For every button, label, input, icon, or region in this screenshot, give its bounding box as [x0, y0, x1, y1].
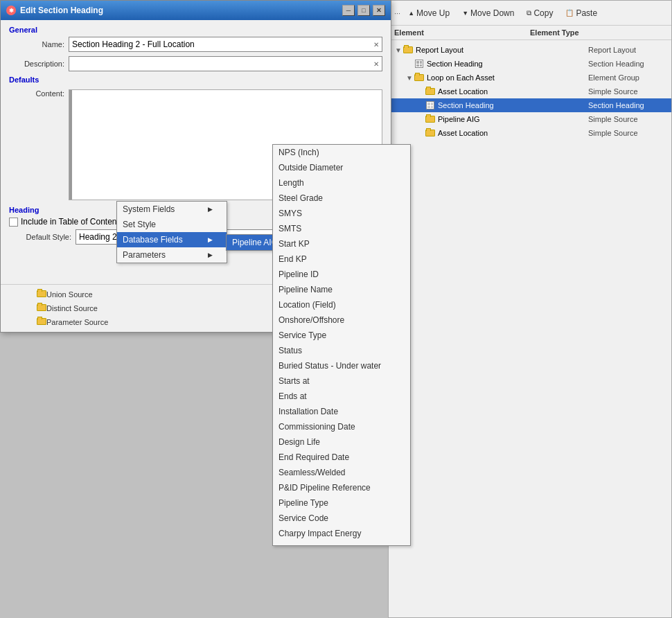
tree-toggle — [416, 116, 425, 123]
menu-item-seamless-welded[interactable]: Seamless/Welded — [273, 465, 410, 480]
move-down-icon: ▼ — [462, 10, 468, 17]
move-up-button[interactable]: ▲ Move Up — [403, 6, 454, 21]
tree-header: Element Element Type — [389, 26, 671, 40]
tree-toggle[interactable]: ▼ — [405, 74, 414, 82]
menu-item-pid-pipeline-ref[interactable]: P&ID Pipeline Reference — [273, 480, 410, 495]
defaults-section-label: Defaults — [9, 76, 382, 84]
right-panel-toolbar: ··· ▲ Move Up ▼ Move Down ⧉ Copy 📋 Paste — [389, 1, 671, 26]
name-clear-button[interactable]: ✕ — [373, 41, 379, 48]
menu-item-ends-at[interactable]: Ends at — [273, 389, 410, 404]
dialog-title: Edit Section Heading — [20, 6, 103, 15]
tree-row[interactable]: ▼ Report Layout Report Layout — [389, 43, 671, 57]
move-down-button[interactable]: ▼ Move Down — [457, 6, 519, 21]
right-panel: ··· ▲ Move Up ▼ Move Down ⧉ Copy 📋 Paste… — [388, 0, 672, 618]
menu-item-pipeline-age[interactable]: Pipeline Age — [273, 541, 410, 546]
name-row: Name: Section Heading 2 - Full Location … — [9, 37, 382, 52]
element-tree[interactable]: ▼ Report Layout Report Layout Section He… — [389, 40, 671, 143]
tree-row[interactable]: Section Heading Section Heading — [389, 57, 671, 71]
description-row: Description: ✕ — [9, 56, 382, 71]
menu-item-design-life[interactable]: Design Life — [273, 434, 410, 450]
move-up-icon: ▲ — [408, 10, 414, 17]
tree-row-selected[interactable]: Section Heading Section Heading — [389, 98, 671, 112]
description-clear-button[interactable]: ✕ — [373, 60, 379, 68]
paste-icon: 📋 — [565, 9, 574, 17]
close-button[interactable]: ✕ — [373, 5, 385, 16]
menu-item-service-code[interactable]: Service Code — [273, 511, 410, 526]
folder-yellow-icon — [425, 87, 436, 96]
default-style-label: Default Style: — [9, 233, 71, 241]
copy-button[interactable]: ⧉ Copy — [522, 6, 558, 21]
menu-item-steel-grade[interactable]: Steel Grade — [273, 191, 410, 206]
content-border — [69, 90, 72, 200]
include-label: Include in Table of Contents: — [21, 217, 125, 227]
menu-item-smts[interactable]: SMTS — [273, 221, 410, 236]
tree-toggle[interactable]: ▼ — [394, 46, 403, 54]
content-label: Content: — [9, 87, 64, 98]
minimize-button[interactable]: ─ — [342, 5, 355, 16]
folder-yellow-icon — [37, 317, 46, 327]
copy-icon: ⧉ — [527, 9, 531, 17]
tree-toggle — [416, 102, 425, 109]
include-checkbox[interactable] — [9, 218, 18, 227]
context-menu-level3: NPS (Inch) Outside Diameter Length Steel… — [272, 144, 411, 546]
tree-row[interactable]: Asset Location Simple Source — [389, 126, 671, 140]
menu-item-charpy-impact[interactable]: Charpy Impact Energy — [273, 526, 410, 541]
tree-row[interactable]: Asset Location Simple Source — [389, 85, 671, 98]
menu-item-end-required-date[interactable]: End Required Date — [273, 450, 410, 465]
submenu-arrow-icon: ▶ — [208, 251, 213, 258]
dialog-titlebar: ✱ Edit Section Heading ─ □ ✕ — [1, 1, 391, 20]
folder-icon — [403, 45, 414, 55]
menu-item-onshore-offshore[interactable]: Onshore/Offshore — [273, 312, 410, 328]
menu-item-length[interactable]: Length — [273, 175, 410, 191]
menu-item-nps[interactable]: NPS (Inch) — [273, 145, 410, 160]
menu-item-parameters[interactable]: Parameters ▶ — [117, 247, 227, 263]
tree-toggle — [416, 88, 425, 96]
menu-item-service-type[interactable]: Service Type — [273, 328, 410, 343]
folder-icon — [414, 73, 425, 82]
maximize-button[interactable]: □ — [357, 5, 370, 16]
submenu-arrow-icon: ▶ — [208, 206, 213, 213]
description-input[interactable]: ✕ — [69, 56, 382, 71]
menu-item-pipeline-type[interactable]: Pipeline Type — [273, 495, 410, 511]
general-section-label: General — [9, 26, 382, 34]
menu-item-pipeline-id[interactable]: Pipeline ID — [273, 267, 410, 282]
menu-item-installation-date[interactable]: Installation Date — [273, 404, 410, 419]
folder-yellow-icon — [37, 303, 46, 313]
menu-item-system-fields[interactable]: System Fields ▶ — [117, 202, 227, 217]
section-icon — [425, 100, 436, 110]
folder-yellow-icon — [37, 290, 46, 299]
menu-item-commissioning-date[interactable]: Commissioning Date — [273, 419, 410, 434]
paste-button[interactable]: 📋 Paste — [560, 6, 602, 21]
menu-item-pipeline-name[interactable]: Pipeline Name — [273, 282, 410, 297]
tree-toggle — [405, 60, 414, 68]
menu-item-starts-at[interactable]: Starts at — [273, 373, 410, 389]
ellipsis: ··· — [394, 9, 400, 17]
app-icon: ✱ — [6, 6, 16, 15]
menu-item-location-field[interactable]: Location (Field) — [273, 297, 410, 312]
menu-item-database-fields[interactable]: Database Fields ▶ — [117, 232, 227, 247]
menu-item-status[interactable]: Status — [273, 343, 410, 358]
menu-item-smys[interactable]: SMYS — [273, 206, 410, 221]
context-menu-level1: System Fields ▶ Set Style Database Field… — [116, 201, 227, 263]
menu-item-outside-diameter[interactable]: Outside Diameter — [273, 160, 410, 175]
folder-yellow-icon — [425, 114, 436, 124]
tree-row[interactable]: Pipeline AIG Simple Source — [389, 112, 671, 126]
folder-yellow-icon — [425, 128, 436, 138]
menu-item-set-style[interactable]: Set Style — [117, 217, 227, 232]
description-label: Description: — [9, 60, 64, 68]
section-icon — [414, 59, 425, 69]
menu-item-end-kp[interactable]: End KP — [273, 251, 410, 267]
name-label: Name: — [9, 40, 64, 48]
tree-toggle — [416, 130, 425, 137]
menu-item-start-kp[interactable]: Start KP — [273, 236, 410, 251]
menu-item-buried-status[interactable]: Buried Status - Under water — [273, 358, 410, 373]
tree-row[interactable]: ▼ Loop on Each Asset Element Group — [389, 71, 671, 85]
submenu-arrow-icon: ▶ — [208, 236, 213, 243]
name-input[interactable]: Section Heading 2 - Full Location ✕ — [69, 37, 382, 52]
